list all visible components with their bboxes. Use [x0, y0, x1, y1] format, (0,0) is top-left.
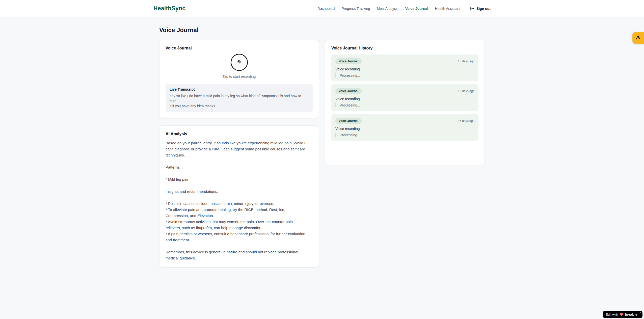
history-entry[interactable]: Voice Journal 15 days ago Voice recordin… — [331, 84, 478, 111]
nav-item-progress-tracking[interactable]: Progress Tracking — [341, 7, 370, 11]
nav-item-meal-analysis[interactable]: Meal Analysis — [377, 7, 398, 11]
edit-with-lovable-badge[interactable]: Edit with lovable × — [603, 311, 642, 318]
microphone-icon — [237, 60, 241, 65]
tap-to-record-hint: Tap to start recording — [223, 74, 256, 78]
entry-timestamp: 15 days ago — [458, 119, 474, 123]
entry-status: Processing... — [335, 73, 474, 77]
voice-recorder-card: Voice Journal Tap to start recording — [159, 40, 319, 118]
sign-out-label: Sign out — [476, 7, 491, 11]
live-transcript-box: Live Transcript hey so like I do have a … — [166, 84, 313, 112]
main-content: Voice Journal Voice Journal — [159, 17, 485, 268]
entry-type-badge: Voice Journal — [335, 88, 362, 94]
entry-label: Voice recording — [335, 127, 474, 131]
history-entry[interactable]: Voice Journal 15 days ago Voice recordin… — [331, 114, 478, 141]
entry-timestamp: 15 days ago — [458, 89, 474, 93]
log-out-icon — [470, 7, 474, 11]
ai-analysis-title: AI Analysis — [166, 132, 313, 136]
entry-type-badge: Voice Journal — [335, 118, 362, 124]
voice-journal-history-card: Voice Journal History Voice Journal 15 d… — [325, 40, 485, 165]
history-card-title: Voice Journal History — [331, 46, 478, 50]
lovable-label: lovable — [625, 312, 637, 316]
nav-item-voice-journal[interactable]: Voice Journal — [405, 7, 428, 11]
nav-links: Dashboard Progress Tracking Meal Analysi… — [317, 7, 491, 11]
sign-out-button[interactable]: Sign out — [470, 7, 491, 11]
top-navbar: HealthSync Dashboard Progress Tracking M… — [0, 0, 644, 17]
edit-with-label: Edit with — [606, 313, 618, 316]
live-transcript-title: Live Transcript — [170, 87, 309, 91]
entry-status: Processing... — [335, 103, 474, 107]
entry-label: Voice recording — [335, 97, 474, 101]
nav-item-dashboard[interactable]: Dashboard — [317, 7, 335, 11]
nav-item-health-assistant[interactable]: Health Assistant — [435, 7, 460, 11]
history-entry-header: Voice Journal 15 days ago — [335, 118, 474, 124]
lovable-heart-icon — [620, 313, 623, 316]
history-entry-header: Voice Journal 15 days ago — [335, 58, 474, 64]
right-column: Voice Journal History Voice Journal 15 d… — [325, 40, 485, 165]
anima-logo-icon — [635, 35, 641, 41]
entry-label: Voice recording — [335, 67, 474, 71]
navbar-container: HealthSync Dashboard Progress Tracking M… — [153, 0, 491, 17]
recorder-card-title: Voice Journal — [166, 46, 313, 50]
entry-status: Processing... — [335, 133, 474, 137]
page-title: Voice Journal — [159, 26, 485, 34]
history-entry[interactable]: Voice Journal 15 days ago Voice recordin… — [331, 55, 478, 81]
brand-logo[interactable]: HealthSync — [153, 5, 185, 12]
history-list: Voice Journal 15 days ago Voice recordin… — [331, 55, 478, 141]
ai-analysis-body: Based on your journal entry, it sounds l… — [166, 140, 313, 261]
record-button[interactable] — [231, 54, 248, 71]
ai-analysis-card: AI Analysis Based on your journal entry,… — [159, 125, 319, 268]
entry-timestamp: 15 days ago — [458, 60, 474, 63]
left-column: Voice Journal Tap to start recording — [159, 40, 319, 268]
history-entry-header: Voice Journal 15 days ago — [335, 88, 474, 94]
close-icon[interactable]: × — [640, 311, 641, 314]
entry-type-badge: Voice Journal — [335, 58, 362, 64]
anima-side-tab[interactable] — [632, 32, 644, 44]
content-grid: Voice Journal Tap to start recording — [159, 40, 485, 268]
recorder-center: Tap to start recording — [166, 54, 313, 78]
live-transcript-text: hey so like I do have a mild pain in my … — [170, 93, 309, 109]
